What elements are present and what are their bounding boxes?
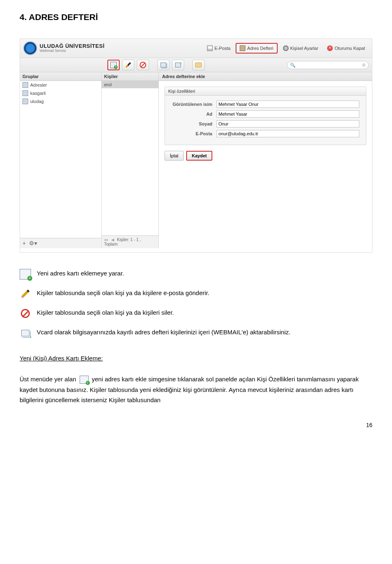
contacts-header: Kişiler bbox=[102, 72, 158, 81]
nav-oturumu-kapat[interactable]: Oturumu Kapat bbox=[323, 43, 369, 53]
label-email: E-Posta bbox=[172, 131, 212, 136]
toolbar-compose[interactable] bbox=[122, 60, 134, 70]
group-item-uludag[interactable]: uludag bbox=[20, 97, 101, 105]
instruction-paragraph: Üst menüde yer alan yeni adres kartı ekl… bbox=[20, 374, 372, 405]
save-button[interactable]: Kaydet bbox=[186, 151, 213, 161]
page-number: 16 bbox=[20, 422, 372, 428]
search-box[interactable]: 🔍 ⊗ bbox=[287, 61, 369, 69]
add-contact-icon bbox=[110, 62, 117, 68]
add-contact-icon bbox=[80, 376, 89, 384]
def-text-compose: Kişiler tablosunda seçili olan kişi ya d… bbox=[37, 289, 209, 297]
group-label: Adresler bbox=[30, 83, 47, 87]
contacts-count: Kişiler: 1 - 1 , Toplam: bbox=[104, 237, 141, 246]
groups-footer: + ⚙▾ bbox=[20, 238, 101, 248]
toolbar-folder[interactable] bbox=[192, 60, 205, 70]
def-text-import: Vcard olarak bilgisayarınızda kayıtlı ad… bbox=[37, 328, 290, 336]
logout-icon bbox=[327, 45, 333, 51]
group-icon bbox=[22, 90, 28, 96]
group-icon bbox=[22, 98, 28, 104]
add-contact-icon bbox=[20, 269, 31, 280]
label-display-name: Görüntülenen isim bbox=[172, 102, 212, 107]
university-seal-icon bbox=[23, 41, 37, 55]
def-text-delete: Kişiler tablosunda seçili olan kişi ya d… bbox=[37, 308, 174, 317]
form-column: Adres defterine ekle Kişi özellikleri Gö… bbox=[159, 72, 372, 248]
para-pre: Üst menüde yer alan bbox=[20, 376, 76, 383]
cards-up-icon bbox=[175, 63, 181, 67]
input-display-name[interactable] bbox=[216, 101, 359, 108]
icon-definitions: Yeni adres kartı eklemeye yarar. Kişiler… bbox=[20, 269, 372, 338]
label-first-name: Ad bbox=[172, 112, 212, 116]
group-item-kasgarli[interactable]: kasgarli bbox=[20, 89, 101, 97]
nav-oturum-label: Oturumu Kapat bbox=[334, 46, 365, 51]
app-header: ULUDAĞ ÜNİVERSİTESİ Webmail Servisi E-Po… bbox=[20, 39, 372, 58]
toolbar-delete[interactable] bbox=[137, 60, 149, 70]
first-page-icon[interactable]: ⏮ bbox=[104, 237, 108, 242]
brand-title: ULUDAĞ ÜNİVERSİTESİ bbox=[40, 43, 105, 49]
nav-adres-defteri[interactable]: Adres Defteri bbox=[236, 43, 277, 54]
form-tab-properties[interactable]: Kişi özellikleri bbox=[165, 87, 366, 96]
brand-subtitle: Webmail Servisi bbox=[40, 49, 105, 53]
contact-item[interactable]: erol bbox=[102, 81, 158, 88]
def-row-delete: Kişiler tablosunda seçili olan kişi ya d… bbox=[20, 308, 372, 319]
section-heading: 4. ADRES DEFTERİ bbox=[20, 12, 372, 22]
cancel-button[interactable]: İptal bbox=[165, 151, 184, 161]
form-buttons: İptal Kaydet bbox=[165, 151, 366, 161]
input-first-name[interactable] bbox=[216, 110, 359, 118]
import-vcard-icon bbox=[20, 328, 31, 338]
groups-column: Gruplar Adresler kasgarli uludag + ⚙▾ bbox=[20, 72, 102, 248]
folder-icon bbox=[195, 63, 202, 67]
input-last-name[interactable] bbox=[216, 120, 359, 128]
webmail-screenshot: ULUDAĞ ÜNİVERSİTESİ Webmail Servisi E-Po… bbox=[20, 38, 372, 253]
subheading-add-card: Yeni (Kişi) Adres Kartı Ekleme: bbox=[20, 355, 372, 362]
forbid-icon bbox=[140, 62, 146, 68]
contacts-footer: ⏮ ◀ Kişiler: 1 - 1 , Toplam: bbox=[102, 235, 158, 248]
toolbar: 🔍 ⊗ bbox=[20, 58, 372, 72]
def-text-add: Yeni adres kartı eklemeye yarar. bbox=[37, 269, 124, 278]
brand: ULUDAĞ ÜNİVERSİTESİ Webmail Servisi bbox=[23, 41, 203, 55]
def-row-import: Vcard olarak bilgisayarınızda kayıtlı ad… bbox=[20, 328, 372, 338]
toolbar-import-cards[interactable] bbox=[157, 60, 169, 70]
pencil-icon bbox=[20, 289, 31, 299]
addressbook-icon bbox=[240, 45, 245, 51]
nav-kisisel-ayarlar[interactable]: Kişisel Ayarlar bbox=[279, 43, 322, 53]
def-row-compose: Kişiler tablosunda seçili olan kişi ya d… bbox=[20, 289, 372, 299]
top-nav: E-Posta Adres Defteri Kişisel Ayarlar Ot… bbox=[203, 43, 369, 54]
groups-header: Gruplar bbox=[20, 72, 101, 81]
contact-form: Kişi özellikleri Görüntülenen isim Ad So… bbox=[165, 87, 366, 145]
input-email[interactable] bbox=[216, 130, 359, 137]
group-label: kasgarli bbox=[30, 91, 46, 96]
toolbar-export-cards[interactable] bbox=[172, 60, 184, 70]
toolbar-add-contact[interactable] bbox=[107, 60, 120, 70]
nav-eposta[interactable]: E-Posta bbox=[203, 43, 234, 53]
prev-page-icon[interactable]: ◀ bbox=[111, 237, 114, 242]
group-label: uludag bbox=[30, 99, 44, 104]
form-body: Görüntülenen isim Ad Soyad E-Posta bbox=[165, 96, 366, 145]
mail-icon bbox=[207, 45, 213, 51]
def-row-add: Yeni adres kartı eklemeye yarar. bbox=[20, 269, 372, 280]
main-columns: Gruplar Adresler kasgarli uludag + ⚙▾ bbox=[20, 72, 372, 248]
cards-icon bbox=[160, 63, 166, 67]
group-icon bbox=[22, 82, 28, 88]
nav-eposta-label: E-Posta bbox=[214, 46, 230, 51]
contacts-column: Kişiler erol ⏮ ◀ Kişiler: 1 - 1 , Toplam… bbox=[102, 72, 159, 248]
pencil-icon bbox=[125, 62, 131, 68]
label-last-name: Soyad bbox=[172, 121, 212, 126]
group-item-adresler[interactable]: Adresler bbox=[20, 81, 101, 89]
group-settings-button[interactable]: ⚙▾ bbox=[29, 240, 37, 246]
form-column-header: Adres defterine ekle bbox=[159, 72, 372, 81]
contacts-list: erol bbox=[102, 81, 158, 235]
nav-adres-label: Adres Defteri bbox=[247, 46, 273, 51]
contact-name: erol bbox=[104, 82, 111, 87]
nav-ayarlar-label: Kişisel Ayarlar bbox=[290, 46, 318, 51]
clear-search-icon[interactable]: ⊗ bbox=[362, 62, 366, 68]
add-group-button[interactable]: + bbox=[22, 240, 26, 246]
forbid-icon bbox=[20, 308, 31, 319]
gear-icon bbox=[283, 45, 289, 51]
groups-list: Adresler kasgarli uludag bbox=[20, 81, 101, 238]
search-icon: 🔍 bbox=[290, 63, 296, 68]
